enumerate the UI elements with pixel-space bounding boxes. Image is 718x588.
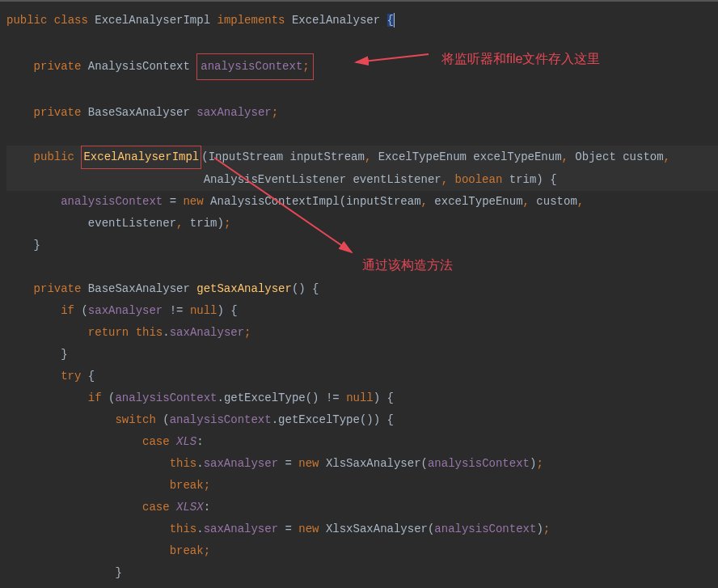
highlight-box-method: ExcelAnalyserImpl — [81, 146, 201, 169]
code-line-16: } — [6, 344, 718, 366]
code-line-2 — [6, 32, 718, 53]
code-line-11: } — [6, 235, 718, 256]
code-line-10: eventListener, trim); — [6, 213, 718, 235]
code-line-20: case XLS: — [6, 431, 718, 453]
code-line-18: if (analysisContext.getExcelType() != nu… — [6, 387, 718, 409]
code-line-17: try { — [6, 366, 718, 387]
code-line-25: break; — [6, 540, 718, 562]
code-line-1: public class ExcelAnalyserImpl implement… — [6, 10, 718, 32]
code-line-5: private BaseSaxAnalyser saxAnalyser; — [6, 102, 718, 124]
code-line-8: AnalysisEventListener eventListener, boo… — [6, 169, 718, 191]
code-line-26: } — [6, 562, 718, 584]
code-line-7: public ExcelAnalyserImpl(InputStream inp… — [6, 146, 718, 169]
code-line-21: this.saxAnalyser = new XlsSaxAnalyser(an… — [6, 453, 718, 475]
code-line-22: break; — [6, 475, 718, 497]
code-line-13: private BaseSaxAnalyser getSaxAnalyser()… — [6, 278, 718, 300]
code-line-19: switch (analysisContext.getExcelType()) … — [6, 409, 718, 431]
code-line-24: this.saxAnalyser = new XlsxSaxAnalyser(a… — [6, 518, 718, 540]
code-line-12 — [6, 256, 718, 278]
code-line-6 — [6, 124, 718, 146]
code-line-27: } else { — [6, 584, 718, 588]
code-line-14: if (saxAnalyser != null) { — [6, 300, 718, 322]
code-line-4 — [6, 80, 718, 102]
code-line-23: case XLSX: — [6, 497, 718, 518]
code-line-15: return this.saxAnalyser; — [6, 322, 718, 344]
code-line-9: analysisContext = new AnalysisContextImp… — [6, 191, 718, 213]
highlight-box-field: analysisContext; — [196, 53, 313, 80]
code-line-3: private AnalysisContext analysisContext; — [6, 53, 718, 80]
code-editor[interactable]: public class ExcelAnalyserImpl implement… — [6, 10, 718, 588]
